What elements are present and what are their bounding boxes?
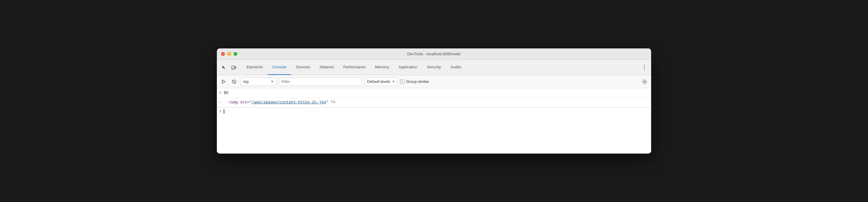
tab-bar: Elements Console Sources Network Perform…: [217, 60, 651, 75]
img-src-link[interactable]: /web/images/content-https-2x.jpg: [252, 100, 326, 105]
cursor-icon[interactable]: [219, 63, 228, 72]
console-toolbar: top ▼ Default levels ▼ ✓ Group similar: [217, 75, 651, 88]
devtools-body: Elements Console Sources Network Perform…: [217, 60, 651, 154]
tab-elements[interactable]: Elements: [242, 60, 268, 75]
svg-point-6: [644, 81, 646, 82]
quote-close: ": [326, 100, 329, 105]
log-levels-selector[interactable]: Default levels ▼: [364, 77, 398, 86]
execute-icon[interactable]: [219, 77, 227, 86]
tab-sources[interactable]: Sources: [291, 60, 315, 75]
svg-line-5: [233, 80, 236, 83]
prompt-lt-2: ←: [219, 100, 221, 105]
chevron-down-icon: ▼: [271, 80, 274, 83]
tab-console[interactable]: Console: [268, 60, 291, 75]
clear-console-icon[interactable]: [230, 77, 238, 86]
tab-icons: [219, 63, 238, 72]
traffic-lights: [221, 52, 237, 56]
settings-gear-icon[interactable]: [641, 77, 649, 86]
frame-selector-value: top: [243, 79, 269, 84]
close-button[interactable]: [221, 52, 225, 56]
console-input-line[interactable]: >: [217, 107, 651, 115]
devtools-window: DevTools - localhost:8080/web/: [217, 48, 651, 154]
html-tag-open: <img src=: [228, 100, 249, 105]
title-bar: DevTools - localhost:8080/web/: [217, 48, 651, 60]
svg-marker-3: [222, 80, 225, 83]
prompt-gt-input: >: [219, 110, 221, 114]
group-similar-label: Group similar: [406, 79, 429, 84]
group-similar-checkbox[interactable]: ✓: [400, 79, 404, 84]
more-tabs-button[interactable]: ⋮: [640, 63, 649, 72]
group-similar-toggle[interactable]: ✓ Group similar: [400, 79, 429, 84]
cursor-blink: [224, 109, 224, 114]
maximize-button[interactable]: [234, 52, 237, 56]
prompt-gt-1: >: [219, 91, 221, 95]
tab-security[interactable]: Security: [422, 60, 445, 75]
tab-audits[interactable]: Audits: [445, 60, 466, 75]
tabs-list: Elements Console Sources Network Perform…: [242, 60, 640, 75]
tab-performance[interactable]: Performance: [339, 60, 370, 75]
console-line-1: > $0: [217, 88, 651, 98]
html-tag-end: ">: [329, 100, 335, 105]
levels-chevron-icon: ▼: [392, 80, 395, 83]
frame-selector[interactable]: top ▼: [241, 77, 276, 86]
levels-label: Default levels: [367, 79, 390, 84]
svg-rect-1: [235, 67, 236, 69]
tab-memory[interactable]: Memory: [370, 60, 394, 75]
console-value-1: $0: [224, 91, 228, 95]
device-toolbar-icon[interactable]: [229, 63, 238, 72]
minimize-button[interactable]: [227, 52, 231, 56]
tab-end: ⋮: [640, 63, 649, 72]
console-output: > $0 ← <img src="/web/images/content-htt…: [217, 88, 651, 154]
console-line-2: ← <img src="/web/images/content-https-2x…: [217, 98, 651, 107]
svg-rect-0: [232, 66, 235, 69]
tab-application[interactable]: Application: [394, 60, 423, 75]
tab-network[interactable]: Network: [315, 60, 339, 75]
filter-input[interactable]: [279, 77, 362, 86]
window-title: DevTools - localhost:8080/web/: [407, 52, 461, 56]
